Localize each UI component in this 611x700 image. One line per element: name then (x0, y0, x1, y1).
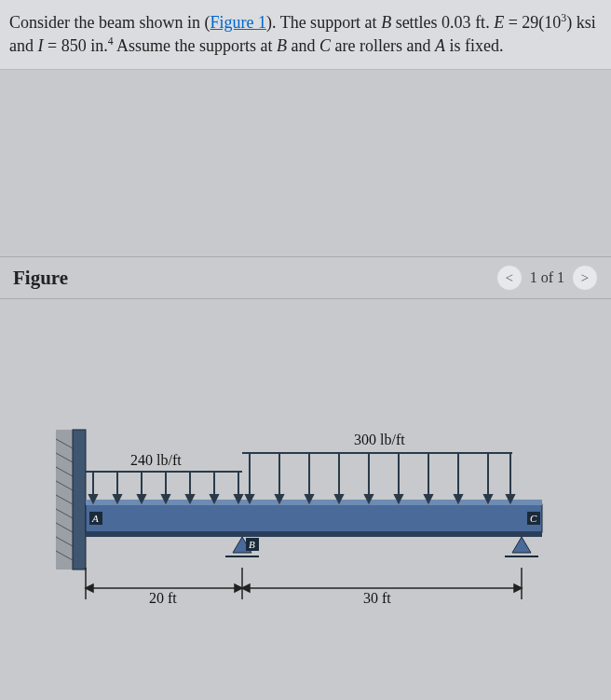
text: and (9, 36, 38, 55)
var-A: A (435, 36, 445, 55)
svg-rect-12 (86, 500, 542, 505)
text: is fixed. (445, 36, 504, 55)
var-B: B (277, 36, 287, 55)
text: = 850 (44, 36, 91, 55)
dim1-label: 20 ft (149, 590, 177, 606)
unit-ft: ft (475, 13, 485, 32)
text: . (485, 13, 494, 32)
svg-rect-13 (86, 531, 542, 537)
svg-rect-11 (86, 504, 542, 532)
svg-marker-64 (242, 584, 250, 592)
dim2-label: 30 ft (363, 590, 391, 606)
figure-canvas: A B C 240 lb/ft 300 lb/ft 20 ft 30 ft (0, 299, 611, 653)
load1-label: 240 lb/ft (130, 452, 182, 468)
var-E: E (494, 13, 504, 32)
var-C: C (319, 36, 331, 55)
prev-button[interactable]: < (496, 265, 523, 291)
var-B: B (381, 13, 391, 32)
svg-marker-61 (86, 584, 93, 592)
label-A: A (91, 513, 99, 524)
pager: < 1 of 1 > (496, 265, 598, 291)
support-C-icon (505, 537, 538, 556)
unit-in: in. (90, 36, 108, 55)
text: ). The support at (266, 13, 381, 32)
next-button[interactable]: > (572, 265, 598, 291)
text: ) (566, 13, 577, 32)
label-C: C (530, 513, 537, 524)
text: Assume the supports at (114, 36, 278, 55)
figure-label: Figure (13, 267, 68, 290)
figure-header: Figure < 1 of 1 > (0, 256, 611, 299)
figure-link[interactable]: Figure 1 (210, 13, 266, 32)
page-indicator: 1 of 1 (530, 269, 564, 286)
text: are rollers and (331, 36, 435, 55)
label-B: B (249, 539, 255, 550)
beam-diagram: A B C 240 lb/ft 300 lb/ft 20 ft 30 ft (56, 392, 559, 635)
load2-label: 300 lb/ft (354, 432, 405, 447)
svg-marker-65 (514, 584, 522, 592)
svg-marker-52 (512, 537, 531, 553)
text: and (287, 36, 319, 55)
text: = 29(10 (504, 13, 561, 32)
svg-rect-10 (73, 430, 86, 570)
text: settles 0.03 (391, 13, 475, 32)
unit-ksi: ksi (577, 13, 596, 32)
text: Consider the beam shown in ( (9, 13, 210, 32)
problem-statement: Consider the beam shown in (Figure 1). T… (0, 0, 611, 70)
